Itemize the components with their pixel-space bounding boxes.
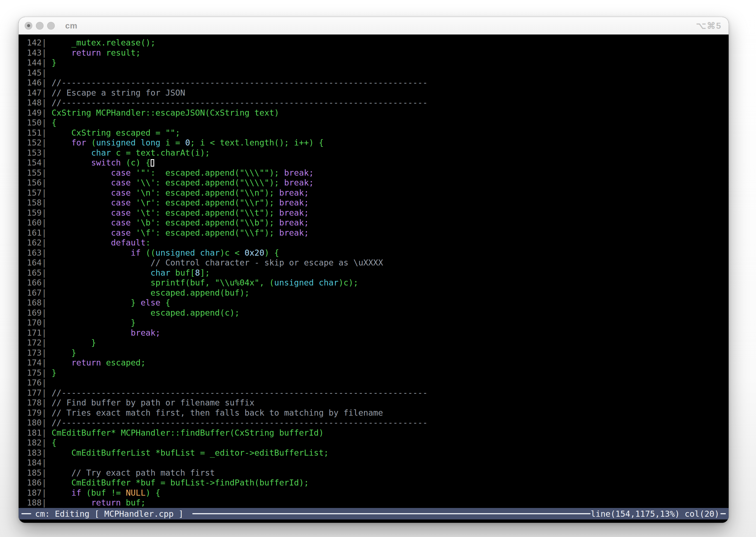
- line-number: 145|: [27, 68, 52, 77]
- code-token: buf[: [170, 268, 195, 277]
- code-line[interactable]: 165| char buf[8];: [27, 268, 729, 278]
- code-line[interactable]: 173| }: [27, 348, 729, 358]
- code-token: sprintf(buf, "\\u%04x", (: [52, 278, 274, 287]
- code-line[interactable]: 172| }: [27, 338, 729, 348]
- zoom-button[interactable]: [47, 22, 55, 29]
- code-line[interactable]: 186| CmEditBuffer *buf = bufList->findPa…: [27, 478, 729, 488]
- line-number: 163|: [27, 248, 52, 258]
- code-line[interactable]: 178| // Find buffer by path or filename …: [27, 398, 729, 408]
- code-line[interactable]: 181| CmEditBuffer* MCPHandler::findBuffe…: [27, 428, 729, 438]
- code-line[interactable]: 147| // Escape a string for JSON: [27, 88, 729, 98]
- line-number: 172|: [27, 338, 52, 348]
- minimize-button[interactable]: [36, 22, 44, 29]
- code-token: [52, 498, 91, 508]
- line-number: 162|: [27, 238, 52, 247]
- code-token: [52, 328, 131, 338]
- code-line[interactable]: 160| case '\b': escaped.append("\\b"); b…: [27, 218, 729, 228]
- code-line[interactable]: 187| if (buf != NULL) {: [27, 488, 729, 498]
- code-token: case: [111, 178, 131, 187]
- code-line[interactable]: 154| switch (c) {: [27, 158, 729, 168]
- code-line[interactable]: 169| escaped.append(c);: [27, 308, 729, 318]
- code-line[interactable]: 151| CxString escaped = "";: [27, 128, 729, 138]
- code-line[interactable]: 182| {: [27, 438, 729, 448]
- line-number: 181|: [27, 428, 52, 437]
- code-token: '\\': escaped.append("\\\\");: [131, 178, 284, 187]
- code-line[interactable]: 143| return result;: [27, 48, 729, 58]
- code-line[interactable]: 161| case '\f': escaped.append("\\f"); b…: [27, 228, 729, 238]
- code-line[interactable]: 184|: [27, 458, 729, 468]
- code-line[interactable]: 162| default:: [27, 238, 729, 248]
- code-line[interactable]: 156| case '\\': escaped.append("\\\\"); …: [27, 178, 729, 188]
- code-line[interactable]: 159| case '\t': escaped.append("\\t"); b…: [27, 208, 729, 218]
- code-token: '\b': escaped.append("\\b");: [131, 218, 279, 227]
- line-number: 157|: [27, 188, 52, 197]
- code-line[interactable]: 166| sprintf(buf, "\\u%04x", (unsigned c…: [27, 278, 729, 288]
- code-line[interactable]: 188| return buf;: [27, 498, 729, 508]
- line-number: 182|: [27, 438, 52, 447]
- code-token: //--------------------------------------…: [52, 98, 427, 107]
- code-line[interactable]: 171| break;: [27, 328, 729, 338]
- code-line[interactable]: 163| if ((unsigned char)c < 0x20) {: [27, 248, 729, 258]
- code-line[interactable]: 170| }: [27, 318, 729, 328]
- code-token: case: [111, 188, 131, 197]
- code-token: CxString MCPHandler::escapeJSON(CxString…: [52, 108, 279, 117]
- line-number: 179|: [27, 408, 52, 418]
- line-number: 153|: [27, 148, 52, 157]
- code-token: CmEditBuffer *buf = bufList->findPath(bu…: [52, 478, 309, 487]
- code-line[interactable]: 175| }: [27, 368, 729, 378]
- code-line[interactable]: 158| case '\r': escaped.append("\\r"); b…: [27, 198, 729, 208]
- code-line[interactable]: 146| //---------------------------------…: [27, 78, 729, 88]
- code-token: unsigned long: [96, 138, 161, 147]
- code-token: // Escape a string for JSON: [52, 88, 185, 98]
- line-number: 167|: [27, 288, 52, 298]
- code-token: }: [52, 348, 76, 357]
- code-line[interactable]: 180| //---------------------------------…: [27, 418, 729, 428]
- code-line[interactable]: 144| }: [27, 58, 729, 68]
- line-number: 180|: [27, 418, 52, 428]
- code-line[interactable]: 145|: [27, 68, 729, 78]
- code-token: [52, 148, 91, 157]
- code-token: }: [52, 368, 57, 378]
- code-line[interactable]: 167| escaped.append(buf);: [27, 288, 729, 298]
- code-token: // Try exact path match first: [71, 468, 215, 477]
- code-token: break;: [284, 168, 314, 178]
- code-line[interactable]: 155| case '"': escaped.append("\\\""); b…: [27, 168, 729, 178]
- code-line[interactable]: 142| _mutex.release();: [27, 38, 729, 48]
- code-token: [52, 168, 111, 178]
- code-line[interactable]: 177| //---------------------------------…: [27, 388, 729, 398]
- code-line[interactable]: 149| CxString MCPHandler::escapeJSON(CxS…: [27, 108, 729, 118]
- code-token: break;: [279, 228, 309, 237]
- code-line[interactable]: 152| for (unsigned long i = 0; i < text.…: [27, 138, 729, 148]
- code-line[interactable]: 176|: [27, 378, 729, 388]
- code-token: case: [111, 198, 131, 207]
- code-line[interactable]: 179| // Tries exact match first, then fa…: [27, 408, 729, 418]
- code-line[interactable]: 183| CmEditBufferList *bufList = _editor…: [27, 448, 729, 458]
- code-line[interactable]: 168| } else {: [27, 298, 729, 308]
- code-token: //--------------------------------------…: [52, 418, 427, 428]
- code-token: i =: [161, 138, 185, 147]
- code-line[interactable]: 150| {: [27, 118, 729, 128]
- code-line[interactable]: 148| //---------------------------------…: [27, 98, 729, 108]
- code-token: :: [146, 238, 151, 247]
- code-token: case: [111, 218, 131, 227]
- editor-viewport[interactable]: 142| _mutex.release();143| return result…: [19, 34, 729, 508]
- code-token: [52, 488, 71, 498]
- line-number: 168|: [27, 298, 52, 308]
- code-token: {: [161, 298, 170, 308]
- code-line[interactable]: 164| // Control character - skip or esca…: [27, 258, 729, 268]
- code-token: }: [52, 298, 140, 308]
- code-line[interactable]: 153| char c = text.charAt(i);: [27, 148, 729, 158]
- code-line[interactable]: 157| case '\n': escaped.append("\\n"); b…: [27, 188, 729, 198]
- code-token: unsigned char: [274, 278, 338, 287]
- line-number: 154|: [27, 158, 52, 167]
- code-line[interactable]: 185| // Try exact path match first: [27, 468, 729, 478]
- line-number: 160|: [27, 218, 52, 227]
- code-line[interactable]: 174| return escaped;: [27, 358, 729, 368]
- line-number: 184|: [27, 458, 52, 468]
- close-button[interactable]: [25, 22, 32, 29]
- status-divider-line: [192, 513, 591, 514]
- code-token: char: [91, 148, 111, 157]
- code-token: [52, 358, 71, 367]
- code-token: ) {: [146, 488, 161, 498]
- code-token: )c);: [338, 278, 358, 287]
